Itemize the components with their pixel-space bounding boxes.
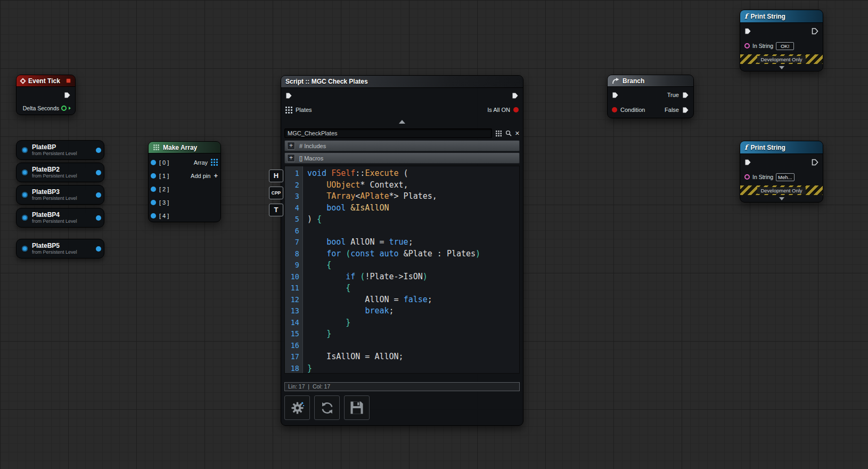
- collapse-strip[interactable]: [281, 117, 523, 126]
- make-array-icon: [153, 144, 159, 150]
- variable-node-platebp[interactable]: PlateBPfrom Persistent Level: [16, 140, 104, 160]
- array-element-label: [ 1 ]: [159, 173, 169, 179]
- add-icon: +: [214, 172, 218, 180]
- close-icon[interactable]: ✕: [515, 131, 520, 136]
- variable-node-platebp4[interactable]: PlateBP4from Persistent Level: [16, 208, 104, 228]
- in-string-pin[interactable]: [744, 174, 750, 180]
- variable-output-pin[interactable]: [96, 246, 101, 252]
- node-title: Print String: [751, 144, 785, 151]
- add-pin-button[interactable]: Add pin +: [191, 169, 218, 182]
- variable-output-pin[interactable]: [96, 215, 101, 221]
- settings-button[interactable]: [284, 395, 310, 420]
- array-element-label: [ 4 ]: [159, 213, 169, 219]
- cursor-status: Lin: 17 | Col: 17: [284, 382, 520, 391]
- exec-out-pin[interactable]: [512, 92, 519, 99]
- node-print-string-1[interactable]: f Print String In String OK! Development…: [740, 10, 823, 71]
- is-all-on-pin[interactable]: [513, 107, 519, 112]
- includes-section[interactable]: + # Includes: [284, 140, 520, 151]
- variable-node-platebp3[interactable]: PlateBP3from Persistent Level: [16, 185, 104, 205]
- code-lines[interactable]: void FSelf::Execute ( UObject* Context, …: [303, 166, 519, 373]
- exec-in-pin[interactable]: [744, 159, 751, 166]
- exec-in-pin[interactable]: [612, 92, 619, 99]
- development-only-bar: Development Only: [740, 54, 823, 64]
- false-exec-pin[interactable]: [682, 107, 689, 114]
- collapse-icon[interactable]: [399, 120, 405, 124]
- add-macro-button[interactable]: +: [287, 154, 295, 162]
- variable-icon: [22, 246, 28, 252]
- code-line: TArray<APlate*> Plates,: [307, 191, 519, 203]
- line-number: 18: [285, 363, 302, 375]
- blueprint-canvas[interactable]: Event Tick Delta Seconds PlateBPfrom Per…: [0, 0, 868, 469]
- code-line: ) {: [307, 214, 519, 225]
- code-editor[interactable]: 123456789101112131415161718 void FSelf::…: [284, 166, 520, 374]
- in-string-label: In String: [752, 43, 773, 49]
- script-name-input[interactable]: [284, 128, 492, 138]
- make-array-header[interactable]: Make Array: [149, 142, 220, 153]
- true-label: True: [667, 92, 679, 98]
- exec-out-pin[interactable]: [812, 159, 818, 166]
- array-output-label: Array: [194, 159, 208, 166]
- variable-output-pin[interactable]: [96, 170, 101, 175]
- exec-out-pin[interactable]: [812, 28, 818, 35]
- variable-node-platebp2[interactable]: PlateBP2from Persistent Level: [16, 163, 104, 182]
- variable-subtitle: from Persistent Level: [32, 219, 77, 224]
- search-icon[interactable]: [505, 130, 512, 136]
- script-header[interactable]: Script :: MGC Check Plates: [281, 76, 523, 88]
- grid-view-icon[interactable]: [496, 130, 502, 136]
- line-number: 13: [285, 305, 302, 317]
- gutter-button-h[interactable]: H: [269, 169, 283, 182]
- array-element-pin[interactable]: [151, 187, 156, 192]
- variable-output-pin[interactable]: [96, 148, 101, 153]
- refresh-button[interactable]: [314, 395, 340, 420]
- branch-header[interactable]: Branch: [608, 75, 693, 87]
- plates-array-pin[interactable]: [285, 107, 292, 114]
- true-exec-pin[interactable]: [682, 92, 689, 99]
- array-element-pin[interactable]: [151, 160, 156, 165]
- variable-subtitle: from Persistent Level: [32, 249, 77, 255]
- development-only-label: Development Only: [757, 56, 805, 63]
- node-title: Event Tick: [28, 77, 60, 85]
- array-element-label: [ 2 ]: [159, 186, 169, 192]
- delta-seconds-pin[interactable]: [61, 106, 67, 111]
- code-line: IsAllON = AllON;: [307, 351, 519, 363]
- print-string-header[interactable]: f Print String: [740, 141, 823, 154]
- node-event-tick[interactable]: Event Tick Delta Seconds: [16, 75, 76, 115]
- array-element-pin[interactable]: [151, 213, 156, 219]
- gutter-button-cpp[interactable]: CPP: [269, 187, 283, 199]
- make-array-body: [ 0 ][ 1 ][ 2 ][ 3 ][ 4 ] Array Add pin …: [149, 153, 220, 222]
- condition-pin[interactable]: [612, 107, 617, 112]
- add-include-button[interactable]: +: [287, 142, 295, 150]
- array-element-pin[interactable]: [151, 173, 156, 179]
- save-button[interactable]: [344, 395, 370, 420]
- event-tick-header[interactable]: Event Tick: [17, 75, 75, 87]
- in-string-value[interactable]: Meh...: [776, 173, 794, 181]
- variable-subtitle: from Persistent Level: [32, 151, 77, 157]
- development-only-label: Development Only: [757, 187, 805, 194]
- expand-advanced-icon[interactable]: [779, 66, 784, 69]
- print-string-header[interactable]: f Print String: [740, 10, 823, 23]
- gutter-button-t[interactable]: T: [269, 204, 283, 216]
- in-string-pin[interactable]: [744, 43, 750, 48]
- make-array-pin-row: [ 2 ]: [149, 182, 220, 196]
- variable-icon: [22, 192, 28, 198]
- node-script-mgc-check-plates[interactable]: Script :: MGC Check Plates Plates Is All…: [281, 75, 523, 426]
- node-branch[interactable]: Branch Condition True False: [607, 75, 694, 118]
- exec-in-pin[interactable]: [744, 28, 751, 35]
- code-line: UObject* Context,: [307, 180, 519, 191]
- node-print-string-2[interactable]: f Print String In String Meh... Developm…: [740, 141, 823, 203]
- code-line: {: [307, 260, 519, 271]
- in-string-value[interactable]: OK!: [776, 42, 794, 50]
- array-element-pin[interactable]: [151, 200, 156, 205]
- node-make-array[interactable]: Make Array [ 0 ][ 1 ][ 2 ][ 3 ][ 4 ] Arr…: [148, 141, 221, 222]
- macros-section[interactable]: + [] Macros: [284, 152, 520, 164]
- expand-advanced-icon[interactable]: [779, 197, 784, 200]
- variable-node-platebp5[interactable]: PlateBP5from Persistent Level: [16, 239, 104, 258]
- array-pin-icon[interactable]: [211, 159, 218, 166]
- array-output[interactable]: Array: [194, 156, 218, 169]
- function-icon: f: [744, 143, 748, 151]
- code-gutter-buttons: HCPPT: [269, 169, 283, 216]
- exec-out-pin[interactable]: [64, 92, 71, 99]
- variable-output-pin[interactable]: [96, 192, 101, 198]
- floppy-save-icon: [349, 400, 365, 416]
- exec-in-pin[interactable]: [285, 92, 292, 99]
